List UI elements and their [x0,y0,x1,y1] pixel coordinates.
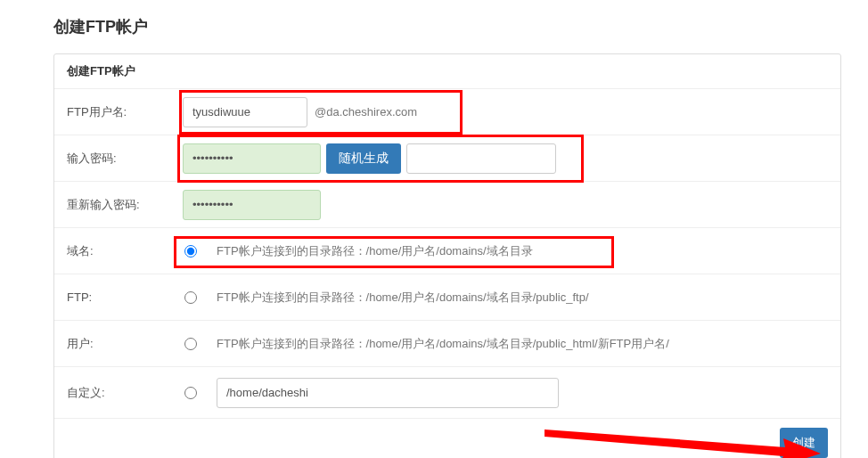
label-option-user: 用户: [67,336,183,352]
password-input[interactable] [183,143,321,174]
create-ftp-panel: 创建FTP帐户 FTP用户名: @da.cheshirex.com 输入密码: … [53,53,841,458]
row-password2: 重新输入密码: [54,182,840,228]
row-option-domain: 域名: FTP帐户连接到的目录路径：/home/用户名/domains/域名目录 [54,228,840,274]
custom-path-input[interactable] [217,378,559,408]
username-suffix: @da.cheshirex.com [306,97,426,127]
row-password: 输入密码: 随机生成 [54,135,840,182]
row-username: FTP用户名: @da.cheshirex.com [54,89,840,135]
submit-button[interactable]: 创建 [780,428,828,458]
desc-ftp: FTP帐户连接到的目录路径：/home/用户名/domains/域名目录/pub… [217,290,589,306]
radio-custom[interactable] [184,387,197,399]
label-password: 输入密码: [67,151,183,167]
page-title: 创建FTP帐户 [53,9,841,53]
label-username: FTP用户名: [67,104,183,120]
radio-domain[interactable] [184,245,197,258]
label-password2: 重新输入密码: [67,197,183,213]
desc-user: FTP帐户连接到的目录路径：/home/用户名/domains/域名目录/pub… [217,336,669,352]
radio-user[interactable] [184,338,197,350]
row-option-ftp: FTP: FTP帐户连接到的目录路径：/home/用户名/domains/域名目… [54,274,840,321]
label-custom: 自定义: [67,385,183,401]
desc-domain: FTP帐户连接到的目录路径：/home/用户名/domains/域名目录 [217,243,533,259]
panel-header: 创建FTP帐户 [54,54,840,89]
row-option-user: 用户: FTP帐户连接到的目录路径：/home/用户名/domains/域名目录… [54,321,840,367]
label-option-ftp: FTP: [67,290,183,304]
row-custom: 自定义: [54,367,840,419]
password-plain-input[interactable] [406,143,556,174]
password2-input[interactable] [183,190,321,220]
random-password-button[interactable]: 随机生成 [326,143,401,174]
panel-footer: 创建 [54,419,840,458]
username-input[interactable] [183,97,307,127]
radio-ftp[interactable] [184,291,197,304]
label-option-domain: 域名: [67,243,183,259]
